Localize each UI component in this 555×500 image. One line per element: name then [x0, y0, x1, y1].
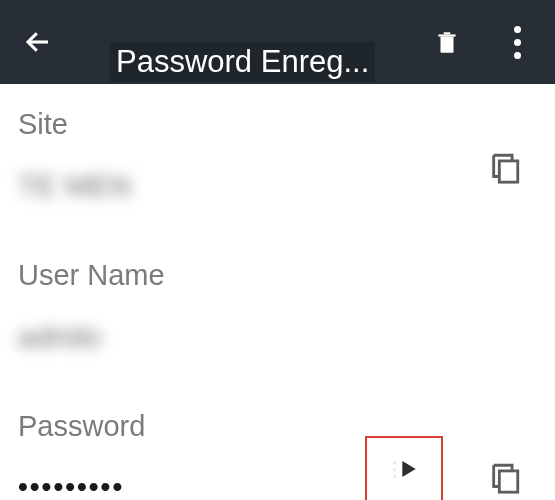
delete-button[interactable] — [427, 22, 467, 62]
back-arrow-icon — [23, 27, 53, 57]
svg-marker-2 — [402, 461, 415, 477]
dots-icon — [393, 461, 396, 478]
site-field: Site TE MEN — [18, 108, 537, 203]
play-icon — [402, 461, 416, 477]
more-vertical-icon — [514, 26, 521, 59]
svg-rect-1 — [499, 161, 517, 182]
copy-icon — [488, 148, 522, 188]
reveal-password-button[interactable] — [365, 436, 443, 500]
content-area: Site TE MEN User Name adrido Password ••… — [0, 84, 555, 500]
back-button[interactable] — [18, 22, 58, 62]
username-label: User Name — [18, 259, 537, 292]
copy-password-button[interactable] — [483, 456, 527, 500]
copy-site-button[interactable] — [483, 146, 527, 190]
more-options-button[interactable] — [505, 22, 529, 62]
password-value: ••••••••• — [18, 471, 537, 500]
password-field: Password ••••••••• — [18, 410, 537, 500]
trash-icon — [434, 27, 460, 57]
page-title-text: Password Enreg... — [110, 42, 375, 82]
username-field: User Name adrido — [18, 259, 537, 354]
toolbar-actions — [427, 22, 537, 62]
copy-icon — [488, 458, 522, 498]
password-label: Password — [18, 410, 537, 443]
site-label: Site — [18, 108, 537, 141]
svg-rect-3 — [499, 471, 517, 492]
toolbar: Password Enreg... — [0, 0, 555, 84]
username-value: adrido — [18, 320, 537, 354]
site-value: TE MEN — [18, 169, 537, 203]
